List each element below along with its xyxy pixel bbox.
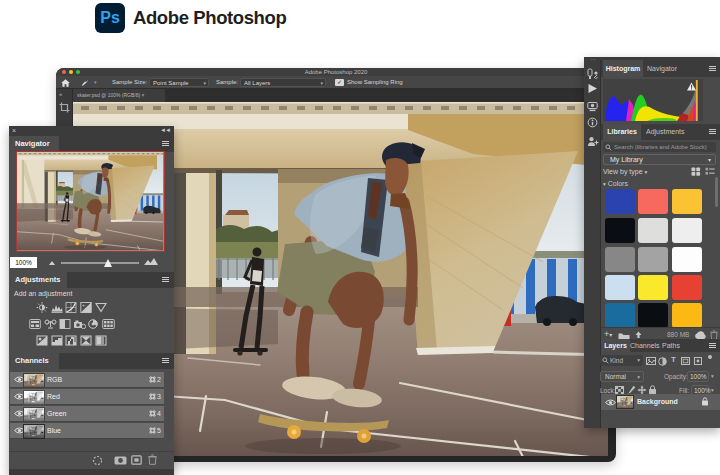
svg-text:+: +: [82, 302, 85, 308]
